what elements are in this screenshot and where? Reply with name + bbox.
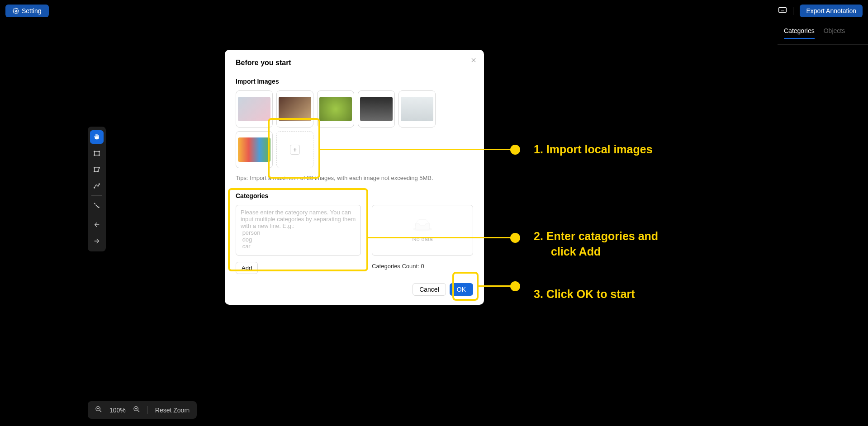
zoom-percent: 100% [109, 407, 126, 414]
hand-tool-icon[interactable] [90, 130, 104, 144]
svg-point-15 [98, 171, 99, 172]
svg-rect-7 [95, 151, 100, 155]
categories-textarea[interactable] [236, 205, 361, 256]
image-thumb[interactable] [358, 90, 395, 128]
right-tabs: Categories Objects [778, 22, 868, 45]
svg-line-23 [138, 411, 139, 412]
import-images-title: Import Images [236, 78, 473, 85]
svg-point-18 [99, 184, 100, 185]
empty-icon [413, 218, 432, 232]
annotation-dot [510, 145, 520, 155]
right-panel: Categories Objects [778, 22, 868, 426]
annotation-step1: 1. Import local images [534, 143, 653, 156]
keyboard-icon[interactable] [778, 7, 787, 15]
toolbar-divider [91, 215, 102, 215]
image-thumb[interactable] [317, 90, 354, 128]
svg-point-9 [99, 151, 100, 152]
svg-point-16 [94, 171, 95, 172]
toolbar-divider [91, 195, 102, 196]
modal-footer: Cancel OK [236, 283, 473, 296]
image-thumb[interactable] [236, 90, 273, 128]
categories-input-area: Add [236, 205, 361, 274]
left-toolbar [88, 127, 106, 251]
zoom-bar: 100% Reset Zoom [88, 401, 197, 419]
polyline-tool-icon[interactable] [90, 179, 104, 193]
tab-objects[interactable]: Objects [824, 27, 845, 39]
add-button[interactable]: Add [236, 262, 258, 274]
setting-label: Setting [22, 7, 42, 14]
annotation-step2a: 2. Enter catagories and [534, 230, 658, 243]
annotation-dot [510, 281, 520, 291]
plus-icon: + [290, 145, 300, 155]
svg-point-17 [94, 187, 95, 188]
categories-title: Categories [236, 192, 473, 199]
setting-button[interactable]: Setting [5, 5, 49, 17]
divider [147, 406, 148, 414]
upload-image-button[interactable]: + [276, 131, 313, 168]
svg-point-11 [99, 155, 100, 156]
top-right: Export Annotation [778, 5, 863, 17]
gear-icon [13, 8, 19, 14]
tab-categories[interactable]: Categories [784, 27, 815, 39]
redo-icon[interactable] [90, 234, 104, 248]
categories-list-empty: No data [372, 205, 473, 256]
image-thumb[interactable] [276, 90, 313, 128]
zoom-in-icon[interactable] [133, 406, 140, 414]
annotation-step3: 3. Click OK to start [534, 288, 635, 301]
modal-title: Before you start [236, 59, 473, 67]
svg-point-10 [94, 155, 95, 156]
top-bar: Setting Export Annotation [0, 0, 868, 22]
ok-button[interactable]: OK [450, 283, 473, 296]
svg-line-20 [100, 411, 101, 412]
svg-point-0 [15, 10, 17, 12]
image-thumbnails: + [236, 90, 473, 168]
annotation-step2b: click Add [551, 245, 601, 258]
rectangle-tool-icon[interactable] [90, 147, 104, 160]
zoom-out-icon[interactable] [95, 406, 102, 414]
polygon-tool-icon[interactable] [90, 163, 104, 176]
undo-icon[interactable] [90, 218, 104, 232]
annotation-line [479, 285, 511, 287]
image-thumb[interactable] [398, 90, 436, 128]
magic-tool-icon[interactable] [90, 199, 104, 212]
import-tips: Tips: Import a maximum of 20 images, wit… [236, 175, 473, 181]
svg-point-8 [94, 151, 95, 152]
categories-row: Add No data Categories Count: 0 [236, 205, 473, 274]
annotation-dot [510, 233, 520, 243]
divider [793, 7, 793, 15]
cancel-button[interactable]: Cancel [413, 283, 446, 296]
annotation-line [320, 149, 511, 150]
svg-point-13 [94, 167, 95, 168]
image-thumb[interactable] [236, 131, 273, 168]
close-icon[interactable] [470, 56, 477, 66]
export-annotation-button[interactable]: Export Annotation [800, 5, 863, 17]
svg-rect-1 [779, 8, 787, 13]
annotation-line [368, 237, 511, 238]
nodata-label: No data [412, 236, 433, 242]
categories-count: Categories Count: 0 [372, 263, 473, 270]
svg-point-14 [99, 167, 100, 168]
reset-zoom-button[interactable]: Reset Zoom [155, 407, 190, 414]
before-you-start-modal: Before you start Import Images + Tips: I… [225, 50, 484, 305]
